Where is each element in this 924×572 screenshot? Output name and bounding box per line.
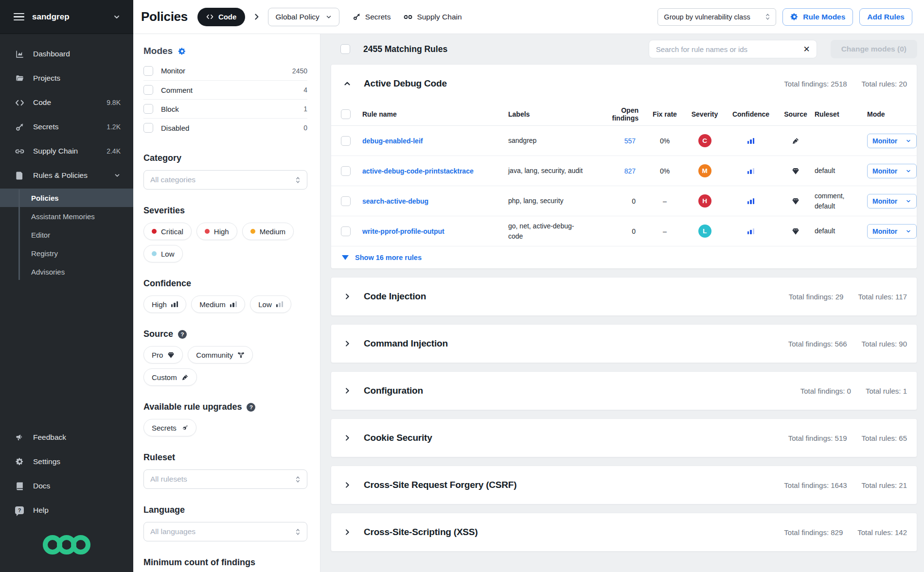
mode-select[interactable]: Monitor [867,194,917,208]
sidebar-item-editor[interactable]: Editor [0,225,133,244]
policy-selector[interactable]: Global Policy [268,8,339,26]
severity-chip-high[interactable]: High [196,223,237,240]
org-switcher[interactable]: sandgrep [0,0,133,34]
sidebar-item-supply-chain[interactable]: Supply Chain 2.4K [0,139,133,163]
sidebar-item-secrets[interactable]: Secrets 1.2K [0,115,133,139]
chevron-right-icon[interactable] [341,387,354,395]
sidebar-item-docs[interactable]: Docs [0,474,133,498]
chevron-right-icon[interactable] [341,481,354,489]
severities-title: Severities [143,206,307,216]
menu-icon[interactable] [14,13,24,21]
category-select[interactable]: All categories [143,170,307,190]
sidebar-item-dashboard[interactable]: Dashboard [0,42,133,66]
row-checkbox[interactable] [341,166,351,176]
source-chip-community[interactable]: Community [188,346,253,364]
group-by-select[interactable]: Group by vulnerability class [657,8,776,26]
rule-name-link[interactable]: write-pprof-profile-output [362,227,508,235]
confidence-chip-medium[interactable]: Medium [191,295,245,313]
sidebar-item-help[interactable]: ? Help [0,498,133,522]
severity-chip-medium[interactable]: Medium [242,223,294,240]
show-more-rules-link[interactable]: Show 16 more rules [331,246,917,268]
rule-group-command-injection[interactable]: Command Injection Total findings: 566Tot… [331,324,917,363]
tab-code[interactable]: Code [197,8,246,26]
table-row: search-active-debug php, lang, security … [331,186,917,216]
col-confidence: Confidence [725,110,777,118]
sidebar-item-feedback[interactable]: Feedback [0,425,133,450]
mode-filter-comment[interactable]: Comment 4 [143,80,307,99]
checkbox[interactable] [143,66,153,76]
mode-filter-block[interactable]: Block 1 [143,99,307,118]
sidebar-item-label: Secrets [33,122,59,131]
confidence-chip-low[interactable]: Low [250,295,291,313]
confidence-cell [725,138,777,144]
language-title: Language [143,505,307,515]
chevron-right-icon[interactable] [341,293,354,300]
chevron-up-icon[interactable] [341,79,354,88]
rule-modes-button[interactable]: Rule Modes [782,8,853,26]
row-checkbox[interactable] [341,196,351,206]
gear-icon[interactable] [178,47,186,55]
open-findings-link[interactable]: 557 [596,137,645,145]
help-circle-icon[interactable]: ? [247,403,255,412]
rule-name-link[interactable]: active-debug-code-printstacktrace [362,167,508,175]
sidebar-item-code[interactable]: Code 9.8K [0,90,133,115]
chevron-right-icon[interactable] [341,434,354,442]
chevron-down-icon [906,168,911,174]
row-checkbox[interactable] [341,136,351,146]
sidebar-item-advisories[interactable]: Advisories [0,262,133,281]
severity-chip-critical[interactable]: Critical [143,223,192,240]
rule-group-code-injection[interactable]: Code Injection Total findings: 29Total r… [331,277,917,316]
rule-name-link[interactable]: search-active-debug [362,197,508,205]
severity-chip-low[interactable]: Low [143,245,183,262]
confidence-chip-high[interactable]: High [143,295,186,313]
chevron-right-icon[interactable] [341,528,354,536]
upgrade-chip-secrets[interactable]: Secrets [143,419,196,436]
group-header[interactable]: Active Debug Code Total findings: 2518 T… [331,65,917,103]
rule-group-csrf[interactable]: Cross-Site Request Forgery (CSRF) Total … [331,466,917,504]
confidence-cell [725,168,777,174]
pen-nib-icon [792,137,800,145]
change-modes-button[interactable]: Change modes (0) [831,40,917,58]
ruleset-select[interactable]: All rulesets [143,469,307,489]
mode-select[interactable]: Monitor [867,224,917,239]
sidebar-item-policies[interactable]: Policies [0,189,133,207]
group-select-checkbox[interactable] [341,109,351,119]
rule-name-link[interactable]: debug-enabled-leif [362,137,508,145]
rule-search[interactable]: ✕ [649,40,817,58]
rule-search-input[interactable] [656,45,800,53]
total-findings: Total findings: 566 [788,340,847,348]
sidebar-item-rules-policies[interactable]: Rules & Policies [0,163,133,188]
checkbox[interactable] [143,85,153,95]
language-select[interactable]: All languages [143,522,307,541]
mode-filter-monitor[interactable]: Monitor 2450 [143,61,307,80]
bars-icon [747,138,755,144]
sidebar-item-registry[interactable]: Registry [0,244,133,262]
group-title: Cross-Site-Scripting (XSS) [364,527,478,537]
page-title: Policies [141,9,188,24]
mode-filter-disabled[interactable]: Disabled 0 [143,118,307,137]
chevron-right-icon [252,13,261,21]
mode-select[interactable]: Monitor [867,134,917,148]
row-checkbox[interactable] [341,226,351,236]
rule-group-xss[interactable]: Cross-Site-Scripting (XSS) Total finding… [331,513,917,552]
rule-group-cookie-security[interactable]: Cookie Security Total findings: 519Total… [331,418,917,457]
help-circle-icon[interactable]: ? [178,330,187,339]
sidebar: sandgrep Dashboard Projects Code 9.8K Se… [0,0,133,572]
sidebar-item-projects[interactable]: Projects [0,66,133,90]
open-findings-link[interactable]: 827 [596,167,645,175]
rule-group-configuration[interactable]: Configuration Total findings: 0Total rul… [331,371,917,410]
sidebar-item-settings[interactable]: Settings [0,450,133,474]
clear-search-icon[interactable]: ✕ [803,45,810,53]
source-chip-custom[interactable]: Custom [143,368,197,386]
sidebar-item-assistant-memories[interactable]: Assistant Memories [0,207,133,225]
checkbox[interactable] [143,104,153,114]
mode-select[interactable]: Monitor [867,164,917,178]
add-rules-button[interactable]: Add Rules [859,8,912,26]
chevron-right-icon[interactable] [341,340,354,347]
select-all-checkbox[interactable] [340,44,350,54]
triangle-down-icon [342,255,349,260]
tab-secrets[interactable]: Secrets [353,13,391,21]
source-chip-pro[interactable]: Pro [143,346,183,364]
tab-supply-chain[interactable]: Supply Chain [404,13,462,21]
checkbox[interactable] [143,123,153,133]
